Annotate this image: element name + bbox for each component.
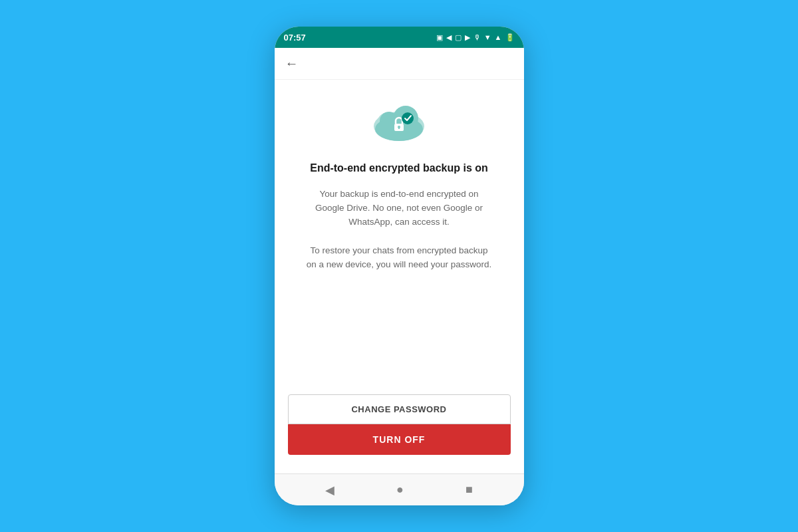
status-time: 07:57 <box>284 33 306 43</box>
turn-off-button[interactable]: TURN OFF <box>288 424 511 455</box>
bottom-nav: ◀ ● ■ <box>275 473 524 505</box>
phone-icon: ▢ <box>455 33 462 42</box>
mic-icon: 🎙 <box>473 33 481 41</box>
back-nav-icon[interactable]: ◀ <box>325 483 334 497</box>
top-nav: ← <box>275 48 524 80</box>
change-password-button[interactable]: CHANGE PASSWORD <box>288 394 511 424</box>
svg-rect-7 <box>398 127 400 129</box>
phone-frame: 07:57 ▣ ◀ ▢ ▶ 🎙 ▼ ▲ 🔋 ← <box>275 27 524 505</box>
page-title: End-to-end encrypted backup is on <box>310 162 488 174</box>
status-icons: ▣ ◀ ▢ ▶ 🎙 ▼ ▲ 🔋 <box>436 33 515 42</box>
send-icon: ◀ <box>446 33 452 42</box>
svg-point-8 <box>402 112 414 124</box>
buttons-area: CHANGE PASSWORD TURN OFF <box>288 394 511 460</box>
cloud-icon <box>369 100 429 143</box>
signal-icon: ▲ <box>495 33 502 41</box>
home-nav-icon[interactable]: ● <box>396 483 404 497</box>
cloud-icon-container <box>369 100 429 146</box>
back-button[interactable]: ← <box>285 56 299 71</box>
recents-nav-icon[interactable]: ■ <box>466 483 473 497</box>
play-icon: ▶ <box>465 33 470 42</box>
main-content: End-to-end encrypted backup is on Your b… <box>275 80 524 473</box>
wifi-icon: ▼ <box>484 33 491 41</box>
notification-icon: ▣ <box>436 33 443 42</box>
status-bar: 07:57 ▣ ◀ ▢ ▶ 🎙 ▼ ▲ 🔋 <box>275 27 524 48</box>
battery-icon: 🔋 <box>505 33 515 42</box>
description-2: To restore your chats from encrypted bac… <box>306 244 492 272</box>
description-1: Your backup is end-to-end encrypted on G… <box>306 188 492 229</box>
